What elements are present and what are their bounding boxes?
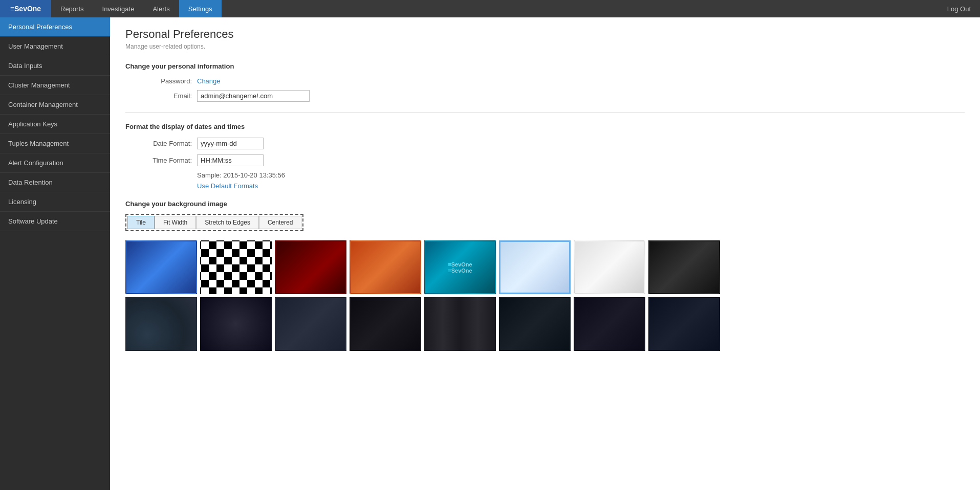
bg-thumb-dark-texture1[interactable] (275, 297, 346, 351)
personal-info-section-title: Change your personal information (125, 62, 965, 70)
nav-tab-alerts[interactable]: Alerts (143, 0, 179, 17)
page-subtitle: Manage user-related options. (125, 43, 965, 50)
sidebar-item-software-update[interactable]: Software Update (0, 212, 110, 231)
nav-tab-reports[interactable]: Reports (51, 0, 93, 17)
display-mode-selector: Tile Fit Width Stretch to Edges Centered (125, 214, 303, 231)
background-image-grid: ≡SevOne≡SevOne (125, 240, 965, 351)
bg-thumb-dark-pattern2[interactable] (200, 297, 272, 351)
time-format-label: Time Format: (125, 157, 192, 164)
nav-tab-settings[interactable]: Settings (179, 0, 222, 17)
sidebar-item-licensing[interactable]: Licensing (0, 192, 110, 212)
email-input[interactable] (197, 90, 310, 102)
date-format-input[interactable] (197, 138, 264, 149)
sidebar-item-data-inputs[interactable]: Data Inputs (0, 56, 110, 76)
use-default-formats-link[interactable]: Use Default Formats (197, 182, 965, 190)
password-label: Password: (125, 77, 192, 85)
main-layout: Personal Preferences User Management Dat… (0, 17, 980, 490)
bg-thumb-dark-texture3[interactable] (499, 297, 571, 351)
app-logo: ≡SevOne (0, 0, 51, 17)
page-title: Personal Preferences (125, 28, 965, 41)
sidebar-item-cluster-management[interactable]: Cluster Management (0, 76, 110, 95)
date-format-label: Date Format: (125, 140, 192, 147)
datetime-section-title: Format the display of dates and times (125, 123, 965, 130)
bg-thumb-dark-wood[interactable] (424, 297, 496, 351)
bg-thumb-checker[interactable] (200, 240, 272, 294)
sidebar-item-container-management[interactable]: Container Management (0, 95, 110, 115)
time-format-row: Time Format: (125, 154, 965, 166)
sidebar-item-data-retention[interactable]: Data Retention (0, 173, 110, 192)
email-label: Email: (125, 92, 192, 100)
change-password-link[interactable]: Change (197, 77, 221, 85)
sidebar-item-tuples-management[interactable]: Tuples Management (0, 134, 110, 153)
display-mode-fit-width[interactable]: Fit Width (155, 216, 196, 229)
password-row: Password: Change (125, 77, 965, 85)
email-row: Email: (125, 90, 965, 102)
bg-thumb-orange[interactable] (350, 240, 421, 294)
display-mode-centered[interactable]: Centered (259, 216, 301, 229)
bg-thumb-white-abstract[interactable] (574, 240, 645, 294)
bg-thumb-dark-pattern1[interactable] (125, 297, 197, 351)
bg-thumb-dark-texture2[interactable] (350, 297, 421, 351)
display-mode-stretch[interactable]: Stretch to Edges (196, 216, 259, 229)
main-content: Personal Preferences Manage user-related… (110, 17, 980, 490)
bg-section-title: Change your background image (125, 200, 965, 208)
bg-thumb-darkred[interactable] (275, 240, 346, 294)
bg-thumb-lightblue[interactable] (499, 240, 571, 294)
bg-thumb-blue[interactable] (125, 240, 197, 294)
bg-thumb-darkgray[interactable] (648, 240, 720, 294)
logout-button[interactable]: Log Out (938, 0, 980, 17)
bg-thumb-dark-texture4[interactable] (574, 297, 645, 351)
sidebar-item-personal-preferences[interactable]: Personal Preferences (0, 17, 110, 37)
date-format-row: Date Format: (125, 138, 965, 149)
bg-thumb-dark-texture5[interactable] (648, 297, 720, 351)
section-divider-1 (125, 112, 965, 113)
bg-thumb-teal[interactable]: ≡SevOne≡SevOne (424, 240, 496, 294)
display-mode-tile[interactable]: Tile (127, 216, 155, 229)
sidebar-item-user-management[interactable]: User Management (0, 37, 110, 56)
nav-tab-investigate[interactable]: Investigate (93, 0, 144, 17)
sample-text: Sample: 2015-10-20 13:35:56 (197, 171, 965, 179)
sidebar-item-application-keys[interactable]: Application Keys (0, 115, 110, 134)
sidebar-item-alert-configuration[interactable]: Alert Configuration (0, 153, 110, 173)
top-navigation: ≡SevOne Reports Investigate Alerts Setti… (0, 0, 980, 17)
time-format-input[interactable] (197, 154, 264, 166)
sidebar: Personal Preferences User Management Dat… (0, 17, 110, 490)
